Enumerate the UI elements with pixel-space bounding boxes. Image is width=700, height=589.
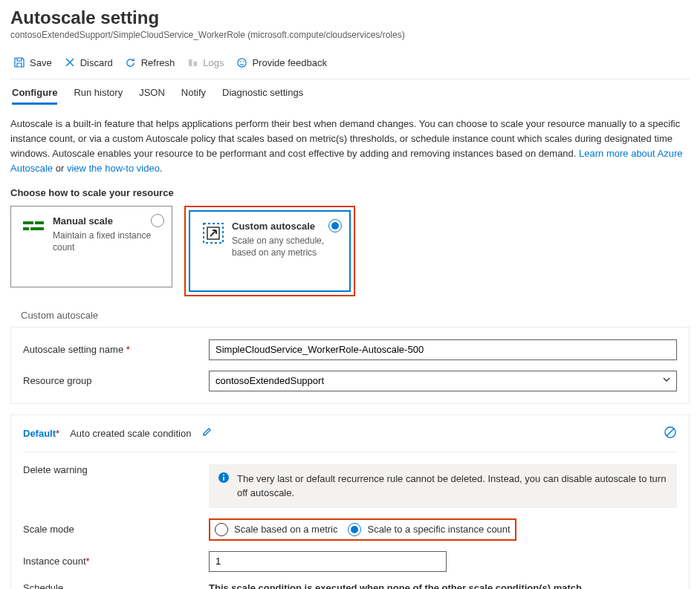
delete-warning-box: The very last or default recurrence rule… — [209, 464, 677, 508]
instance-count-input[interactable] — [209, 551, 447, 572]
setting-name-label: Autoscale setting name * — [23, 344, 209, 355]
feedback-button[interactable]: Provide feedback — [236, 56, 326, 68]
resource-group-select[interactable] — [209, 371, 677, 391]
close-icon — [64, 56, 76, 68]
howto-video-link[interactable]: view the how-to video — [67, 163, 160, 174]
tabs: Configure Run history JSON Notify Diagno… — [10, 79, 690, 105]
svg-point-14 — [223, 474, 224, 475]
manual-radio[interactable] — [151, 214, 164, 227]
delete-warning-label: Delete warning — [23, 464, 209, 475]
tab-json[interactable]: JSON — [139, 87, 165, 105]
condition-panel: Default* Auto created scale condition De… — [10, 414, 690, 589]
radio-icon — [348, 523, 361, 536]
schedule-note: This scale condition is executed when no… — [209, 582, 582, 589]
breadcrumb: contosoExtendedSupport/SimpleCloudServic… — [10, 30, 690, 40]
page-title: Autoscale setting — [10, 7, 690, 28]
intro-text: Autoscale is a built-in feature that hel… — [10, 117, 690, 177]
delete-warning-text: The very last or default recurrence rule… — [237, 472, 668, 501]
instance-count-label: Instance count* — [23, 556, 209, 567]
refresh-icon — [125, 56, 137, 68]
tab-diagnostic[interactable]: Diagnostic settings — [222, 87, 303, 105]
svg-rect-6 — [35, 221, 44, 224]
scale-count-radio[interactable]: Scale to a specific instance count — [348, 523, 510, 536]
refresh-label: Refresh — [141, 57, 175, 68]
svg-rect-8 — [30, 227, 44, 230]
custom-autoscale-card[interactable]: Custom autoscale Scale on any schedule, … — [189, 210, 351, 292]
logs-icon — [187, 56, 198, 68]
svg-point-4 — [243, 61, 244, 62]
tab-run-history[interactable]: Run history — [74, 87, 123, 105]
condition-title: Default* — [23, 428, 59, 439]
custom-autoscale-icon — [201, 221, 224, 244]
scale-mode-label: Scale mode — [23, 524, 209, 535]
discard-label: Discard — [80, 57, 113, 68]
radio-icon — [215, 523, 228, 536]
smiley-icon — [236, 56, 247, 68]
setting-name-input[interactable] — [209, 339, 677, 360]
feedback-label: Provide feedback — [252, 57, 326, 68]
resource-group-label: Resource group — [23, 375, 209, 386]
refresh-button[interactable]: Refresh — [125, 56, 175, 68]
manual-desc: Maintain a fixed instance count — [53, 230, 161, 255]
discard-button[interactable]: Discard — [64, 56, 113, 68]
pencil-icon[interactable] — [201, 427, 212, 440]
manual-scale-icon — [22, 215, 45, 239]
highlight-box-custom: Custom autoscale Scale on any schedule, … — [184, 206, 355, 296]
tab-configure[interactable]: Configure — [12, 87, 57, 105]
info-icon — [218, 472, 230, 484]
condition-subtitle: Auto created scale condition — [70, 428, 191, 439]
condition-header: Default* Auto created scale condition — [23, 427, 677, 452]
toolbar: Save Discard Refresh Logs Provide feedba… — [10, 51, 690, 79]
scale-cards: Manual scale Maintain a fixed instance c… — [10, 206, 690, 296]
custom-radio[interactable] — [328, 219, 342, 232]
save-label: Save — [30, 57, 52, 68]
svg-rect-0 — [189, 59, 192, 65]
svg-rect-1 — [193, 61, 197, 66]
svg-point-3 — [240, 61, 242, 62]
settings-panel: Autoscale setting name * Resource group — [10, 327, 690, 404]
highlight-box-scalemode: Scale based on a metric Scale to a speci… — [209, 518, 516, 541]
prohibit-icon[interactable] — [664, 426, 677, 441]
scale-metric-radio[interactable]: Scale based on a metric — [215, 523, 337, 536]
save-icon — [13, 56, 25, 68]
manual-title: Manual scale — [53, 215, 161, 227]
svg-point-2 — [238, 58, 246, 66]
custom-section-label: Custom autoscale — [21, 310, 690, 321]
save-button[interactable]: Save — [13, 56, 52, 68]
custom-desc: Scale on any schedule, based on any metr… — [232, 235, 339, 260]
svg-rect-13 — [223, 477, 224, 481]
logs-label: Logs — [203, 57, 224, 68]
svg-rect-5 — [23, 221, 33, 224]
choose-heading: Choose how to scale your resource — [10, 187, 690, 198]
manual-scale-card[interactable]: Manual scale Maintain a fixed instance c… — [10, 206, 172, 287]
tab-notify[interactable]: Notify — [181, 87, 206, 105]
logs-button: Logs — [187, 56, 224, 68]
custom-title: Custom autoscale — [232, 221, 339, 232]
svg-rect-7 — [23, 227, 29, 230]
schedule-label: Schedule — [23, 582, 209, 589]
